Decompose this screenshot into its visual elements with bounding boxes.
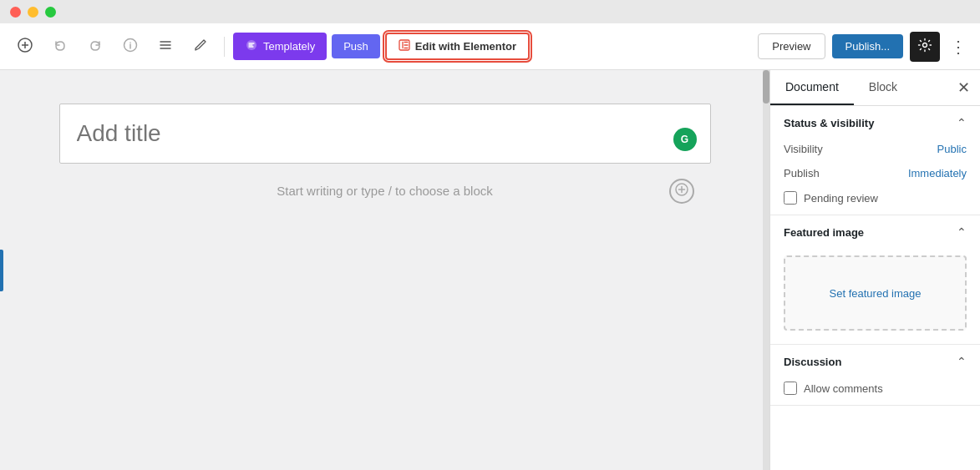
section-discussion-title: Discussion <box>784 356 841 368</box>
list-icon <box>158 38 173 56</box>
add-icon <box>18 38 33 56</box>
scrollbar-thumb[interactable] <box>763 70 769 104</box>
sidebar-header: Document Block ✕ <box>770 70 980 106</box>
featured-image-area[interactable]: Set featured image <box>784 255 967 331</box>
allow-comments-row: Allow comments <box>770 378 980 405</box>
section-discussion: Discussion ⌃ Allow comments <box>770 345 980 406</box>
settings-button[interactable] <box>910 32 940 62</box>
set-featured-image-label[interactable]: Set featured image <box>830 287 922 300</box>
pending-review-label: Pending review <box>804 192 878 205</box>
tab-block[interactable]: Block <box>854 70 912 105</box>
add-block-toolbar-button[interactable] <box>10 32 40 62</box>
chevron-up-featured-icon: ⌃ <box>957 225 967 239</box>
sidebar: Document Block ✕ Status & visibility ⌃ V… <box>769 70 980 470</box>
close-icon: ✕ <box>957 79 970 96</box>
section-status-visibility: Status & visibility ⌃ Visibility Public … <box>770 106 980 215</box>
toolbar-actions-right: Preview Publish... ⋮ <box>758 32 970 62</box>
svg-point-5 <box>129 42 131 43</box>
allow-comments-label: Allow comments <box>804 382 883 395</box>
info-icon <box>123 38 138 56</box>
traffic-light-red[interactable] <box>10 7 21 18</box>
grammarly-icon: G <box>673 128 697 151</box>
templately-label: Templately <box>263 40 315 53</box>
editor-content: G Start writing or type / to choose a bl… <box>59 104 711 218</box>
section-status-visibility-header[interactable]: Status & visibility ⌃ <box>770 106 980 139</box>
section-status-visibility-title: Status & visibility <box>784 117 874 129</box>
tab-document[interactable]: Document <box>770 70 854 105</box>
write-placeholder: Start writing or type / to choose a bloc… <box>59 184 711 198</box>
title-block: G <box>59 104 711 164</box>
allow-comments-checkbox[interactable] <box>784 382 797 395</box>
post-title-input[interactable] <box>77 120 693 147</box>
publish-field: Publish Immediately <box>770 164 980 188</box>
publish-value[interactable]: Immediately <box>908 167 967 179</box>
undo-icon <box>53 38 68 56</box>
visibility-label: Visibility <box>784 143 823 155</box>
toolbar: Templately Push Edit with Elementor Prev… <box>0 23 980 70</box>
editor-area: G Start writing or type / to choose a bl… <box>0 70 769 470</box>
edit-with-elementor-button[interactable]: Edit with Elementor <box>385 33 530 60</box>
list-view-button[interactable] <box>150 32 180 62</box>
toolbar-divider <box>224 37 225 57</box>
sidebar-close-button[interactable]: ✕ <box>957 78 970 97</box>
main-layout: G Start writing or type / to choose a bl… <box>0 70 980 470</box>
scrollbar-track[interactable] <box>763 70 769 470</box>
visibility-field: Visibility Public <box>770 139 980 164</box>
redo-button[interactable] <box>80 32 110 62</box>
visibility-value[interactable]: Public <box>937 143 967 155</box>
elementor-label: Edit with Elementor <box>415 40 516 53</box>
pending-review-row: Pending review <box>770 188 980 215</box>
title-bar <box>0 0 980 23</box>
elementor-icon <box>399 39 410 53</box>
push-button[interactable]: Push <box>332 34 380 58</box>
add-block-inline-button[interactable] <box>669 179 694 204</box>
templately-button[interactable]: Templately <box>233 33 327 60</box>
publish-label: Publish <box>784 167 820 179</box>
chevron-up-discussion-icon: ⌃ <box>957 355 967 368</box>
pen-icon <box>194 38 207 55</box>
left-edge-indicator <box>0 250 3 291</box>
section-featured-image: Featured image ⌃ Set featured image <box>770 215 980 345</box>
section-featured-image-title: Featured image <box>784 226 864 239</box>
redo-icon <box>88 38 103 56</box>
write-block[interactable]: Start writing or type / to choose a bloc… <box>59 164 711 218</box>
more-options-button[interactable]: ⋮ <box>947 37 970 57</box>
pending-review-checkbox[interactable] <box>784 191 797 205</box>
templately-icon <box>245 38 258 54</box>
edit-pen-button[interactable] <box>185 32 216 62</box>
undo-button[interactable] <box>45 32 75 62</box>
preview-button[interactable]: Preview <box>758 33 825 59</box>
info-button[interactable] <box>115 32 145 62</box>
section-discussion-header[interactable]: Discussion ⌃ <box>770 345 980 378</box>
chevron-up-icon: ⌃ <box>957 116 967 129</box>
publish-button[interactable]: Publish... <box>832 34 903 58</box>
gear-icon <box>917 38 932 56</box>
section-featured-image-header[interactable]: Featured image ⌃ <box>770 215 980 249</box>
push-label: Push <box>343 40 368 53</box>
more-icon: ⋮ <box>950 38 967 56</box>
traffic-light-yellow[interactable] <box>28 7 38 18</box>
traffic-light-green[interactable] <box>45 7 56 18</box>
svg-point-15 <box>923 43 927 47</box>
add-inline-icon <box>675 183 688 199</box>
